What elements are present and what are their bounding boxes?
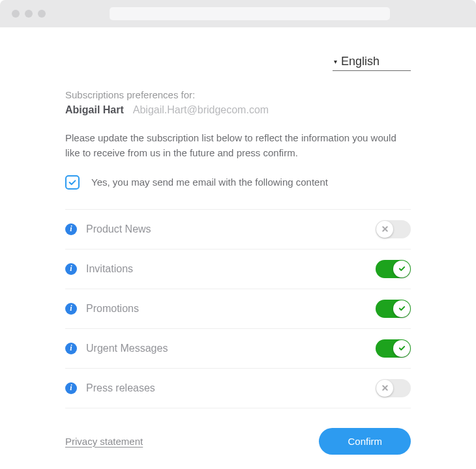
subscription-row: iPromotions [65, 289, 411, 329]
subscription-label: Product News [86, 223, 366, 235]
chevron-down-icon: ▾ [334, 58, 337, 65]
window-maximize-icon[interactable] [38, 10, 46, 18]
address-bar[interactable] [110, 7, 390, 20]
info-icon[interactable]: i [65, 382, 77, 394]
subscription-label: Press releases [86, 382, 366, 394]
toggle-knob [376, 380, 393, 397]
subscription-toggle[interactable] [376, 379, 411, 397]
consent-label: Yes, you may send me email with the foll… [91, 177, 328, 188]
subscription-toggle[interactable] [376, 220, 411, 238]
language-select[interactable]: ▾ English [333, 53, 411, 71]
subscription-row: iPress releases [65, 369, 411, 408]
subscription-toggle[interactable] [376, 339, 411, 358]
user-name: Abigail Hart [65, 104, 124, 116]
user-identity: Abigail Hart Abigail.Hart@bridgecom.com [65, 104, 411, 116]
confirm-button[interactable]: Confirm [319, 428, 411, 455]
check-icon [398, 264, 406, 273]
x-icon [381, 384, 389, 392]
info-icon[interactable]: i [65, 263, 77, 275]
x-icon [381, 225, 389, 233]
subscription-toggle[interactable] [376, 300, 411, 318]
toggle-knob [393, 340, 410, 357]
privacy-link[interactable]: Privacy statement [65, 436, 143, 447]
check-icon [398, 344, 406, 352]
subscription-row: iInvitations [65, 249, 411, 289]
subscription-toggle[interactable] [376, 260, 411, 278]
consent-row: Yes, you may send me email with the foll… [65, 175, 411, 190]
check-icon [68, 178, 77, 187]
footer-row: Privacy statement Confirm [65, 428, 411, 455]
subscription-label: Invitations [86, 263, 366, 275]
consent-checkbox[interactable] [65, 175, 80, 190]
window-minimize-icon[interactable] [25, 10, 33, 18]
toggle-knob [376, 221, 393, 238]
browser-chrome [0, 0, 476, 27]
subscription-row: iUrgent Messages [65, 329, 411, 369]
instructions-text: Please update the subscription list belo… [65, 130, 411, 161]
window-close-icon[interactable] [12, 10, 20, 18]
page-content: ▾ English Subscriptions preferences for:… [0, 27, 476, 469]
check-icon [398, 304, 406, 313]
toggle-knob [393, 300, 410, 317]
subscription-label: Urgent Messages [86, 343, 366, 354]
toggle-knob [393, 261, 410, 277]
info-icon[interactable]: i [65, 343, 77, 354]
subscription-row: iProduct News [65, 210, 411, 249]
info-icon[interactable]: i [65, 303, 77, 315]
subscriptions-list: iProduct NewsiInvitationsiPromotionsiUrg… [65, 209, 411, 408]
info-icon[interactable]: i [65, 223, 77, 235]
language-label: English [341, 55, 379, 68]
subscription-label: Promotions [86, 303, 366, 315]
prefs-for-label: Subscriptions preferences for: [65, 89, 411, 100]
user-email: Abigail.Hart@bridgecom.com [133, 104, 269, 116]
